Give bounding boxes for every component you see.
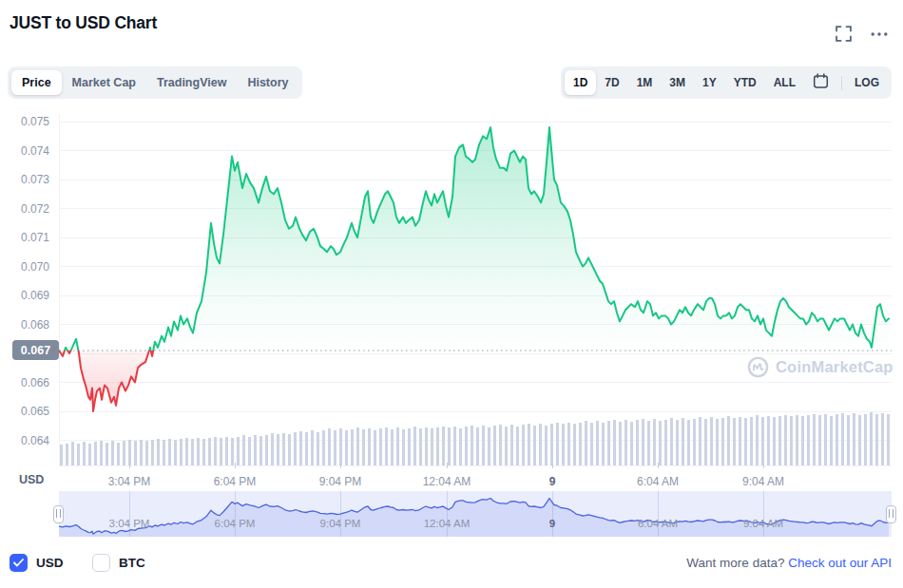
y-axis-label: 0.064: [0, 433, 49, 448]
navigator-right-handle[interactable]: [886, 505, 896, 523]
y-axis-label: 0.066: [0, 375, 49, 390]
navigator-axis-label: 12:04 AM: [424, 518, 471, 529]
header-icons: [836, 26, 888, 42]
fullscreen-icon[interactable]: [836, 26, 852, 42]
x-axis-label: 9:04 PM: [319, 475, 362, 488]
log-scale-button[interactable]: LOG: [846, 70, 888, 95]
range-button-3m[interactable]: 3M: [661, 70, 694, 95]
y-axis-label: 0.065: [0, 404, 49, 419]
y-axis-label: 0.074: [0, 143, 49, 159]
y-axis-label: 0.070: [0, 259, 49, 275]
x-axis-label: 9:04 AM: [742, 475, 784, 488]
api-link[interactable]: Check out our API: [788, 556, 892, 570]
tab-history[interactable]: History: [237, 70, 298, 95]
current-price-badge: 0.067: [12, 340, 59, 360]
btc-checkbox[interactable]: [92, 554, 110, 572]
range-button-1d[interactable]: 1D: [565, 70, 596, 95]
api-callout: Want more data? Check out our API: [686, 556, 892, 570]
navigator-axis-label: 6:04 AM: [638, 518, 678, 529]
range-button-1m[interactable]: 1M: [628, 70, 662, 95]
x-axis-label: 6:04 PM: [214, 475, 257, 488]
y-axis-label: 0.069: [0, 288, 49, 303]
y-axis-label: 0.071: [0, 230, 49, 245]
usd-toggle-label: USD: [36, 556, 64, 570]
more-options-icon[interactable]: [871, 31, 888, 37]
chart-type-tabs: PriceMarket CapTradingViewHistory: [8, 66, 302, 99]
btc-toggle-label: BTC: [119, 556, 145, 570]
calendar-icon: [813, 73, 829, 89]
unit-label: USD: [19, 473, 44, 486]
navigator-axis-label: 9:04 AM: [743, 518, 783, 529]
navigator-axis-label: 9: [549, 518, 555, 529]
x-axis-label: 6:04 AM: [637, 475, 679, 488]
y-axis-label: 0.072: [0, 201, 49, 217]
y-axis-label: 0.075: [0, 114, 49, 129]
x-axis-label: 3:04 PM: [108, 475, 151, 488]
range-button-all[interactable]: ALL: [765, 70, 804, 95]
range-button-7d[interactable]: 7D: [596, 70, 627, 95]
tab-tradingview[interactable]: TradingView: [146, 70, 237, 95]
usd-checkbox[interactable]: [10, 554, 28, 572]
x-axis-label: 12:04 AM: [423, 475, 471, 488]
navigator-axis-label: 3:04 PM: [109, 518, 150, 529]
toolbar-divider: [841, 76, 842, 90]
time-range-toolbar: 1D7D1M3M1YYTDALLLOG: [561, 66, 892, 99]
navigator-axis-label: 9:04 PM: [320, 518, 361, 529]
y-axis-label: 0.073: [0, 172, 49, 187]
btc-toggle[interactable]: BTC: [92, 554, 145, 572]
tab-market-cap[interactable]: Market Cap: [62, 70, 146, 95]
x-axis-label: 9: [549, 475, 556, 488]
range-button-1y[interactable]: 1Y: [694, 70, 725, 95]
range-button-ytd[interactable]: YTD: [725, 70, 765, 95]
y-axis-label: 0.068: [0, 317, 49, 332]
check-icon: [13, 559, 24, 567]
navigator-left-handle[interactable]: [53, 505, 64, 523]
usd-toggle[interactable]: USD: [10, 554, 64, 572]
tab-price[interactable]: Price: [11, 70, 62, 95]
navigator-axis-label: 6:04 PM: [215, 518, 256, 529]
api-prompt: Want more data?: [686, 556, 784, 570]
calendar-button[interactable]: [804, 70, 837, 95]
